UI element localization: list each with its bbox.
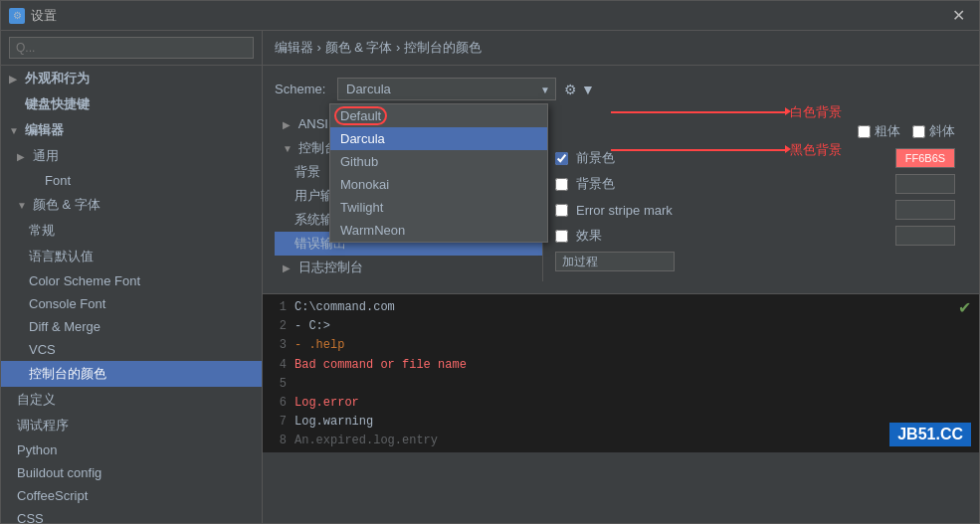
add-method-wrapper: 加过程 [555, 252, 675, 271]
scheme-label: Scheme: [275, 82, 329, 96]
sidebar-item-label: Buildout config [17, 465, 101, 480]
dropdown-item-twilight[interactable]: Twilight [330, 196, 547, 219]
dropdown-item-default[interactable]: Default [334, 106, 387, 125]
background-row: 背景色 [555, 174, 955, 194]
sidebar-item-label: Console Font [29, 296, 105, 311]
sidebar-item-label: 常规 [29, 222, 55, 240]
scheme-select-wrapper: Darcula ▼ [337, 78, 556, 100]
sidebar-item-keymap[interactable]: 键盘快捷键 [1, 91, 262, 117]
sidebar-item-color-font[interactable]: ▼ 颜色 & 字体 [1, 192, 262, 218]
search-input[interactable] [9, 37, 254, 59]
sidebar-item-label: 颜色 & 字体 [33, 196, 100, 214]
preview-line-1: 1 C:\command.com [271, 298, 971, 317]
preview-text: An.expired.log.entry [294, 432, 438, 450]
italic-checkbox[interactable] [912, 125, 925, 138]
effect-checkbox[interactable] [555, 230, 568, 243]
settings-area: Scheme: Darcula ▼ ⚙ ▼ Default Darcula [263, 66, 979, 293]
foreground-label: 前景色 [576, 149, 615, 167]
right-panel: 粗体 斜体 前景色 FF6B6S [543, 112, 967, 281]
dropdown-item-monokai[interactable]: Monokai [330, 173, 547, 196]
sidebar-item-vcs[interactable]: VCS [1, 338, 262, 361]
sidebar-item-buildout[interactable]: Buildout config [1, 461, 262, 484]
expand-arrow: ▶ [283, 119, 294, 130]
dropdown-item-warmneon[interactable]: WarmNeon [330, 219, 547, 242]
sidebar-item-diff-merge[interactable]: Diff & Merge [1, 315, 262, 338]
gear-icon[interactable]: ⚙ ▼ [564, 82, 595, 97]
sidebar-item-python[interactable]: Python [1, 438, 262, 461]
line-number: 7 [271, 413, 287, 432]
main-content: ▶ 外观和行为 键盘快捷键 ▼ 编辑器 ▶ 通用 Font ▼ 颜色 & 字体 [1, 31, 979, 523]
line-number: 5 [271, 375, 287, 394]
preview-text: Bad command or file name [294, 356, 467, 375]
scheme-select[interactable]: Darcula [337, 78, 556, 100]
dropdown-item-github[interactable]: Github [330, 150, 547, 173]
breadcrumb: 编辑器 › 颜色 & 字体 › 控制台的颜色 [263, 31, 979, 66]
sidebar-item-coffeescript[interactable]: CoffeeScript [1, 484, 262, 507]
line-number: 1 [271, 298, 287, 317]
line-number: 8 [271, 432, 287, 450]
preview-line-5: 5 [271, 375, 971, 394]
sidebar-item-console-color[interactable]: 控制台的颜色 [1, 361, 262, 387]
search-box [1, 31, 262, 66]
sidebar-item-label: 控制台的颜色 [29, 365, 106, 383]
expand-arrow: ▼ [17, 200, 29, 211]
sidebar-item-label: CSS [17, 511, 44, 523]
bold-checkbox[interactable] [858, 125, 871, 138]
line-number: 4 [271, 356, 287, 375]
line-number: 9 [271, 451, 287, 453]
checkmark-icon: ✔ [958, 298, 971, 317]
sidebar-item-label: Diff & Merge [29, 319, 100, 334]
background-checkbox[interactable] [555, 178, 568, 191]
dropdown-row-default[interactable]: Default [330, 104, 547, 127]
add-method-select[interactable]: 加过程 [555, 252, 675, 271]
preview-text: Log.error [294, 394, 359, 413]
preview-line-4: 4 Bad command or file name [271, 356, 971, 375]
preview-line-9: 9 [271, 451, 971, 453]
italic-label: 斜体 [929, 122, 955, 140]
add-method-row: 加过程 [555, 252, 955, 271]
tree-item-log[interactable]: ▶ 日志控制台 [275, 256, 542, 279]
sidebar-item-label: 通用 [33, 147, 59, 165]
sidebar-item-font[interactable]: Font [1, 169, 262, 192]
expand-arrow: ▶ [17, 151, 29, 162]
background-color-swatch[interactable] [895, 174, 955, 194]
sidebar-item-lang-default[interactable]: 语言默认值 [1, 244, 262, 269]
sidebar-item-debugger[interactable]: 调试程序 [1, 413, 262, 438]
error-stripe-row: Error stripe mark [555, 200, 955, 220]
preview-text: C:\command.com [294, 298, 395, 317]
preview-text: Log.warning [294, 413, 373, 432]
line-number: 2 [271, 317, 287, 336]
preview-line-3: 3 - .help [271, 336, 971, 355]
sidebar-item-label: CoffeeScript [17, 488, 88, 503]
sidebar-item-custom[interactable]: 自定义 [1, 387, 262, 413]
bold-italic-row: 粗体 斜体 [555, 122, 955, 140]
close-button[interactable]: ✕ [946, 4, 971, 27]
foreground-color-swatch[interactable]: FF6B6S [895, 148, 955, 168]
sidebar-item-label: Python [17, 442, 57, 457]
foreground-checkbox[interactable] [555, 152, 568, 165]
sidebar-item-label: VCS [29, 342, 56, 357]
sidebar-item-editor[interactable]: ▼ 编辑器 [1, 117, 262, 143]
sidebar-item-appearance[interactable]: ▶ 外观和行为 [1, 66, 262, 91]
preview-text: - .help [294, 336, 344, 355]
scheme-row: Scheme: Darcula ▼ ⚙ ▼ Default Darcula [275, 78, 967, 100]
line-number: 3 [271, 336, 287, 355]
error-stripe-checkbox[interactable] [555, 204, 568, 217]
scheme-dropdown: Default Darcula Github Monokai Twilight … [329, 103, 548, 243]
error-stripe-color-swatch[interactable] [895, 200, 955, 220]
sidebar-item-label: Color Scheme Font [29, 273, 140, 288]
effect-color-swatch[interactable] [895, 226, 955, 246]
preview-text: - C:> [294, 317, 330, 336]
sidebar-item-general[interactable]: ▶ 通用 [1, 143, 262, 169]
effect-row: 效果 [555, 226, 955, 246]
sidebar-item-label: 调试程序 [17, 417, 69, 435]
sidebar-item-console-font[interactable]: Console Font [1, 292, 262, 315]
sidebar-item-color-scheme-font[interactable]: Color Scheme Font [1, 269, 262, 292]
dropdown-item-darcula[interactable]: Darcula [330, 127, 547, 150]
expand-arrow: ▼ [9, 125, 21, 136]
preview-line-8: 8 An.expired.log.entry [271, 432, 971, 450]
sidebar-item-css[interactable]: CSS [1, 507, 262, 523]
sidebar: ▶ 外观和行为 键盘快捷键 ▼ 编辑器 ▶ 通用 Font ▼ 颜色 & 字体 [1, 31, 263, 523]
preview-line-7: 7 Log.warning [271, 413, 971, 432]
sidebar-item-normal[interactable]: 常规 [1, 218, 262, 244]
